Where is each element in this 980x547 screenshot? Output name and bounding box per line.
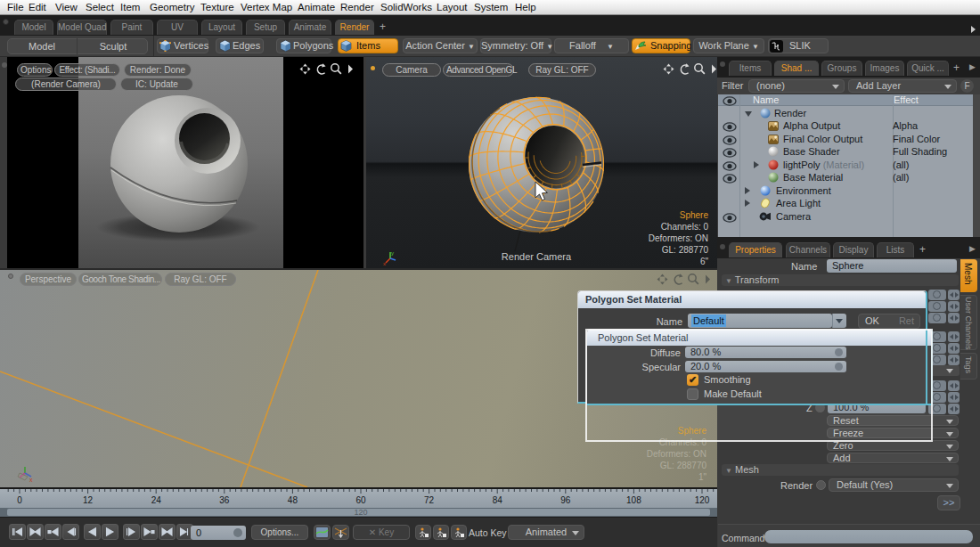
- svg-text:96: 96: [560, 495, 571, 505]
- svg-text:0: 0: [17, 495, 22, 505]
- svg-text:84: 84: [493, 495, 503, 505]
- svg-text:y: y: [391, 250, 394, 256]
- svg-text:x: x: [383, 261, 386, 266]
- svg-text:12: 12: [83, 495, 94, 505]
- svg-text:36: 36: [219, 495, 230, 505]
- svg-text:72: 72: [424, 495, 435, 505]
- svg-text:120: 120: [695, 495, 710, 505]
- svg-text:24: 24: [151, 495, 162, 505]
- svg-text:48: 48: [288, 495, 298, 505]
- svg-text:x: x: [29, 477, 33, 482]
- svg-text:108: 108: [626, 495, 641, 505]
- svg-text:Render Camera: Render Camera: [502, 251, 572, 262]
- svg-text:60: 60: [355, 495, 366, 505]
